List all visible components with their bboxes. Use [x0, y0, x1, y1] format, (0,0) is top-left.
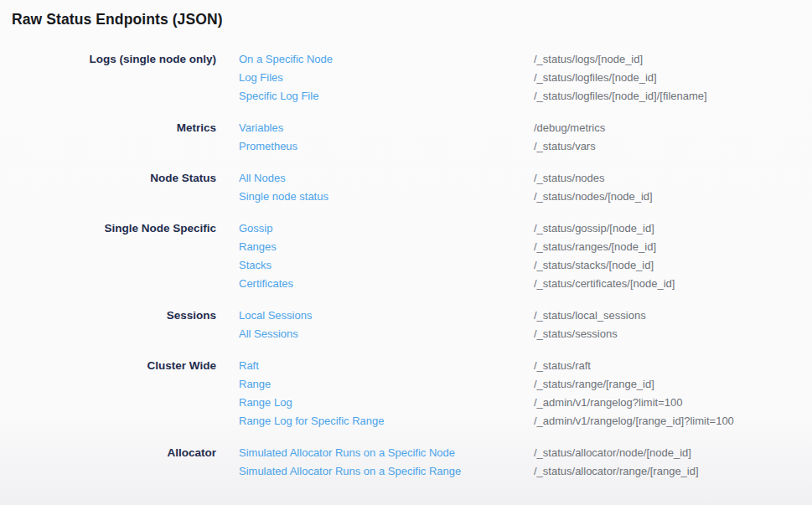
endpoint-path: /_status/sessions — [534, 325, 618, 343]
endpoint-link[interactable]: On a Specific Node — [239, 50, 534, 69]
endpoint-link[interactable]: Stacks — [239, 256, 534, 275]
category-label: Logs (single node only) — [12, 50, 216, 69]
endpoint-path: /_status/stacks/[node_id] — [534, 256, 654, 275]
endpoint-link[interactable]: Specific Log File — [239, 87, 534, 106]
category-label: Cluster Wide — [12, 357, 216, 375]
endpoint-link[interactable]: Range — [239, 375, 534, 394]
endpoint-rows: On a Specific Node /_status/logs/[node_i… — [239, 50, 800, 106]
endpoint-path: /_status/logfiles/[node_id]/[filename] — [534, 87, 707, 106]
endpoint-row: Range Log /_admin/v1/rangelog?limit=100 — [239, 394, 800, 412]
endpoint-path: /_status/ranges/[node_id] — [534, 238, 656, 256]
endpoint-row: All Sessions /_status/sessions — [239, 325, 800, 343]
endpoint-path: /_status/range/[range_id] — [534, 375, 654, 394]
category-label: Node Status — [12, 169, 216, 188]
endpoint-link[interactable]: Prometheus — [239, 137, 534, 156]
endpoint-row: Gossip /_status/gossip/[node_id] — [239, 219, 800, 238]
endpoint-link[interactable]: Simulated Allocator Runs on a Specific N… — [239, 444, 534, 462]
endpoint-link[interactable]: Certificates — [239, 275, 534, 293]
endpoint-path: /_status/nodes/[node_id] — [534, 188, 653, 206]
endpoint-path: /_status/local_sessions — [534, 307, 646, 325]
endpoint-path: /_status/allocator/node/[node_id] — [534, 444, 691, 462]
endpoint-path: /_status/nodes — [534, 169, 605, 188]
endpoint-link[interactable]: Range Log for Specific Range — [239, 412, 534, 430]
endpoint-path: /_admin/v1/rangelog/[range_id]?limit=100 — [534, 412, 734, 430]
endpoint-rows: Variables /debug/metrics Prometheus /_st… — [239, 119, 800, 156]
endpoint-rows: Simulated Allocator Runs on a Specific N… — [239, 444, 800, 481]
endpoint-row: Simulated Allocator Runs on a Specific N… — [239, 444, 800, 462]
category-label: Metrics — [12, 119, 216, 137]
debug-endpoints-page: Raw Status Endpoints (JSON) Logs (single… — [0, 0, 812, 505]
endpoint-row: Certificates /_status/certificates/[node… — [239, 275, 800, 293]
endpoint-rows: All Nodes /_status/nodes Single node sta… — [239, 169, 800, 206]
endpoint-link[interactable]: Gossip — [239, 219, 534, 238]
endpoint-path: /_status/logs/[node_id] — [534, 50, 643, 69]
endpoint-link[interactable]: All Sessions — [239, 325, 534, 343]
endpoint-link[interactable]: Ranges — [239, 238, 534, 256]
endpoint-row: Single node status /_status/nodes/[node_… — [239, 188, 800, 206]
endpoint-sections: Logs (single node only) On a Specific No… — [12, 50, 800, 481]
endpoint-row: All Nodes /_status/nodes — [239, 169, 800, 188]
endpoint-row: Local Sessions /_status/local_sessions — [239, 307, 800, 325]
endpoint-row: Stacks /_status/stacks/[node_id] — [239, 256, 800, 275]
category-label: Sessions — [12, 307, 216, 325]
endpoint-link[interactable]: All Nodes — [239, 169, 534, 188]
endpoint-link[interactable]: Single node status — [239, 188, 534, 206]
endpoint-row: Range Log for Specific Range /_admin/v1/… — [239, 412, 800, 430]
endpoint-row: Prometheus /_status/vars — [239, 137, 800, 156]
endpoint-path: /_status/raft — [534, 357, 591, 375]
endpoint-row: Raft /_status/raft — [239, 357, 800, 375]
endpoint-row: Variables /debug/metrics — [239, 119, 800, 137]
endpoint-link[interactable]: Range Log — [239, 394, 534, 412]
endpoint-row: Log Files /_status/logfiles/[node_id] — [239, 69, 800, 87]
endpoint-link[interactable]: Raft — [239, 357, 534, 375]
endpoint-path: /_status/allocator/range/[range_id] — [534, 462, 699, 481]
endpoint-path: /_status/vars — [534, 137, 596, 156]
endpoint-path: /_status/certificates/[node_id] — [534, 275, 675, 293]
endpoint-row: Ranges /_status/ranges/[node_id] — [239, 238, 800, 256]
endpoint-section: Logs (single node only) On a Specific No… — [12, 50, 800, 106]
endpoint-path: /_status/logfiles/[node_id] — [534, 69, 657, 87]
endpoint-row: Specific Log File /_status/logfiles/[nod… — [239, 87, 800, 106]
page-title: Raw Status Endpoints (JSON) — [12, 11, 800, 28]
endpoint-section: Sessions Local Sessions /_status/local_s… — [12, 307, 800, 343]
endpoint-row: On a Specific Node /_status/logs/[node_i… — [239, 50, 800, 69]
endpoint-path: /_status/gossip/[node_id] — [534, 219, 654, 238]
endpoint-path: /_admin/v1/rangelog?limit=100 — [534, 394, 682, 412]
endpoint-path: /debug/metrics — [534, 119, 605, 137]
endpoint-row: Simulated Allocator Runs on a Specific R… — [239, 462, 800, 481]
endpoint-link[interactable]: Log Files — [239, 69, 534, 87]
endpoint-section: Metrics Variables /debug/metrics Prometh… — [12, 119, 800, 156]
category-label: Allocator — [12, 444, 216, 462]
category-label: Single Node Specific — [12, 219, 216, 238]
endpoint-section: Cluster Wide Raft /_status/raft Range /_… — [12, 357, 800, 430]
endpoint-row: Range /_status/range/[range_id] — [239, 375, 800, 394]
endpoint-rows: Gossip /_status/gossip/[node_id] Ranges … — [239, 219, 800, 293]
endpoint-section: Single Node Specific Gossip /_status/gos… — [12, 219, 800, 293]
endpoint-link[interactable]: Variables — [239, 119, 534, 137]
endpoint-section: Node Status All Nodes /_status/nodes Sin… — [12, 169, 800, 206]
endpoint-section: Allocator Simulated Allocator Runs on a … — [12, 444, 800, 481]
endpoint-link[interactable]: Local Sessions — [239, 307, 534, 325]
endpoint-link[interactable]: Simulated Allocator Runs on a Specific R… — [239, 462, 534, 481]
endpoint-rows: Raft /_status/raft Range /_status/range/… — [239, 357, 800, 430]
endpoint-rows: Local Sessions /_status/local_sessions A… — [239, 307, 800, 343]
